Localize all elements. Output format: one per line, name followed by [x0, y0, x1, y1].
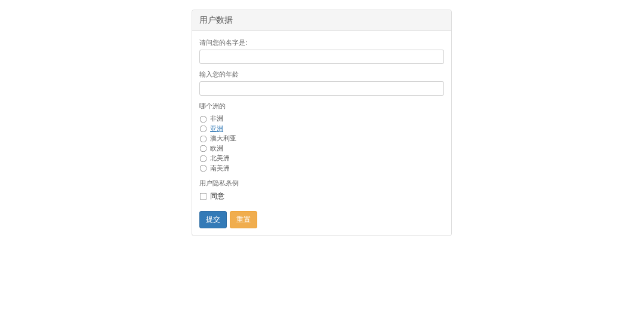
continent-radio-europe[interactable]: [200, 145, 207, 152]
continent-radio-asia[interactable]: [200, 126, 207, 133]
continent-radio-north-america[interactable]: [200, 155, 207, 162]
continent-radio-africa[interactable]: [200, 115, 207, 123]
submit-button[interactable]: 提交: [199, 211, 227, 228]
continent-radio-label: 非洲: [210, 115, 223, 122]
continent-option[interactable]: 欧洲: [199, 143, 444, 154]
panel-body: 请问您的名字是: 输入您的年龄 哪个洲的 非洲 亚洲: [192, 31, 451, 236]
continent-radio-label: 南美洲: [210, 164, 230, 172]
continent-radio-label[interactable]: 亚洲: [210, 125, 223, 132]
user-data-panel: 用户数据 请问您的名字是: 输入您的年龄 哪个洲的 非洲: [192, 10, 452, 236]
privacy-field-group: 用户隐私条例 同意: [199, 179, 444, 205]
button-row: 提交 重置: [199, 211, 444, 228]
continent-radio-australia[interactable]: [200, 135, 207, 142]
agree-checkbox[interactable]: [200, 193, 207, 200]
panel-title: 用户数据: [192, 10, 451, 31]
age-input[interactable]: [199, 81, 444, 96]
name-field-group: 请问您的名字是:: [199, 38, 444, 64]
continent-option[interactable]: 澳大利亚: [199, 133, 444, 143]
continent-radio-label: 澳大利亚: [210, 134, 236, 142]
continent-option[interactable]: 亚洲: [199, 124, 444, 134]
age-label: 输入您的年龄: [199, 70, 444, 79]
continent-field-group: 哪个洲的 非洲 亚洲 澳大利亚: [199, 102, 444, 173]
continent-radio-label: 欧洲: [210, 145, 223, 152]
continent-option[interactable]: 南美洲: [199, 163, 444, 173]
agree-option[interactable]: 同意: [199, 191, 224, 201]
agree-label: 同意: [210, 192, 224, 200]
continent-option[interactable]: 北美洲: [199, 153, 444, 163]
continent-radio-label: 北美洲: [210, 154, 230, 161]
continent-radio-group: 非洲 亚洲 澳大利亚 欧洲: [199, 114, 444, 173]
continent-option[interactable]: 非洲: [199, 114, 444, 124]
continent-radio-south-america[interactable]: [200, 165, 207, 172]
privacy-label: 用户隐私条例: [199, 179, 444, 188]
reset-button[interactable]: 重置: [230, 211, 257, 228]
continent-label: 哪个洲的: [199, 102, 444, 111]
age-field-group: 输入您的年龄: [199, 70, 444, 96]
name-input[interactable]: [199, 50, 444, 64]
name-label: 请问您的名字是:: [199, 38, 444, 47]
